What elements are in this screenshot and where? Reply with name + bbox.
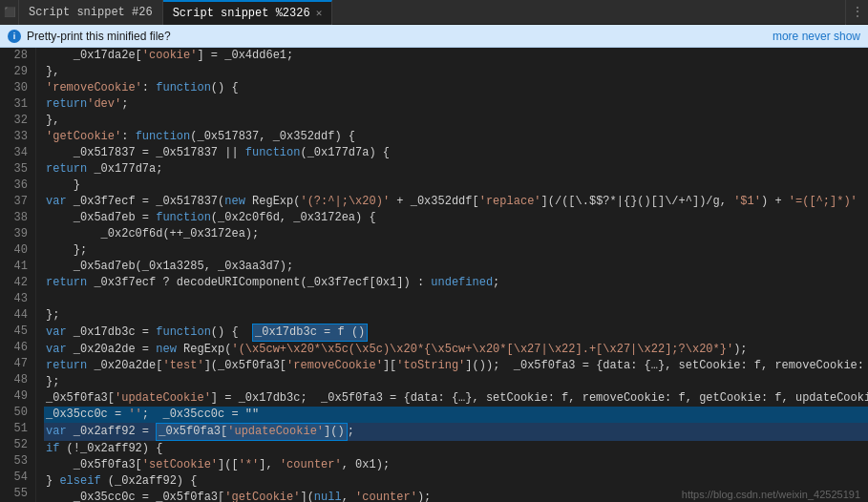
tab-label-2326: Script snippet %2326 <box>173 7 310 20</box>
line-number: 36 <box>0 178 28 194</box>
line-number: 37 <box>0 194 28 210</box>
line-number: 29 <box>0 64 28 80</box>
line-number: 55 <box>0 486 28 502</box>
line-number: 50 <box>0 405 28 421</box>
code-line: _0x5f0fa3['updateCookie'] = _0x17db3c; _… <box>44 390 868 407</box>
line-number: 48 <box>0 372 28 388</box>
line-number: 42 <box>0 275 28 291</box>
code-line: }, <box>44 64 868 80</box>
code-line: _0x17da2e['cookie'] = _0x4dd6e1; <box>44 48 868 64</box>
code-line <box>44 291 868 307</box>
line-number: 31 <box>0 96 28 113</box>
code-line: _0x5f0fa3['setCookie'](['*'], 'counter',… <box>44 457 868 473</box>
line-number: 28 <box>0 48 28 64</box>
line-number: 49 <box>0 388 28 405</box>
code-line: var _0x20a2de = new RegExp('(\x5cw+\x20*… <box>44 342 868 358</box>
devtools-icon: ⬛ <box>4 7 15 18</box>
line-number: 40 <box>0 242 28 259</box>
code-line: }; <box>44 307 868 324</box>
tab-close-icon[interactable]: ✕ <box>316 7 323 19</box>
code-line: _0x5ad7eb = function(_0x2c0f6d, _0x3172e… <box>44 210 868 226</box>
code-line: }; <box>44 374 868 390</box>
info-icon: i <box>8 30 21 43</box>
code-line: }, <box>44 113 868 129</box>
line-number: 54 <box>0 470 28 486</box>
info-message: Pretty-print this minified file? <box>27 30 171 43</box>
menu-icon: ⋮ <box>851 4 864 20</box>
editor: 2829303132333435363738394041424344454647… <box>0 48 868 502</box>
code-line: _0x5ad7eb(_0x1a3285, _0x3aa3d7); <box>44 259 868 275</box>
line-number: 43 <box>0 291 28 307</box>
code-line: } else if (_0x2aff92) { <box>44 473 868 490</box>
code-line: } <box>44 178 868 194</box>
line-number: 33 <box>0 129 28 145</box>
tab-label-26: Script snippet #26 <box>29 6 153 19</box>
line-number: 47 <box>0 356 28 372</box>
tab-snippet2326[interactable]: Script snippet %2326 ✕ <box>163 0 333 25</box>
code-line: _0x35cc0c = ''; _0x35cc0c = "" <box>44 407 868 423</box>
line-number: 38 <box>0 210 28 226</box>
line-number: 30 <box>0 80 28 96</box>
line-number: 44 <box>0 307 28 324</box>
line-number: 39 <box>0 226 28 242</box>
tab-snippet26[interactable]: Script snippet #26 <box>19 0 163 25</box>
code-line: var _0x17db3c = function() { _0x17db3c =… <box>44 324 868 342</box>
title-bar-icon: ⬛ <box>0 0 19 25</box>
code-line: _0x2c0f6d(++_0x3172ea); <box>44 226 868 242</box>
info-action[interactable]: more never show <box>773 30 860 43</box>
line-number: 35 <box>0 161 28 178</box>
url-text: https://blog.csdn.net/weixin_42525191 <box>682 489 860 500</box>
line-number: 32 <box>0 113 28 129</box>
title-bar-menu[interactable]: ⋮ <box>845 0 868 25</box>
line-number: 51 <box>0 421 28 437</box>
code-area[interactable]: _0x17da2e['cookie'] = _0x4dd6e1;},'remov… <box>36 48 868 502</box>
code-line: return _0x3f7ecf ? decodeURIComponent(_0… <box>44 275 868 291</box>
code-line: _0x517837 = _0x517837 || function(_0x177… <box>44 145 868 161</box>
code-line: var _0x3f7ecf = _0x517837(new RegExp('(?… <box>44 194 868 210</box>
info-bar: i Pretty-print this minified file? more … <box>0 25 868 48</box>
code-line: return 'dev'; <box>44 96 868 113</box>
line-number: 46 <box>0 340 28 356</box>
code-line: 'getCookie': function(_0x517837, _0x352d… <box>44 129 868 145</box>
code-line: if (!_0x2aff92) { <box>44 441 868 457</box>
code-line: var _0x2aff92 = _0x5f0fa3['updateCookie'… <box>44 423 868 441</box>
line-number: 45 <box>0 324 28 340</box>
line-number: 53 <box>0 453 28 470</box>
title-bar: ⬛ Script snippet #26 Script snippet %232… <box>0 0 868 25</box>
line-number: 41 <box>0 259 28 275</box>
code-line: return _0x20a2de['test'](_0x5f0fa3['remo… <box>44 358 868 374</box>
line-numbers: 2829303132333435363738394041424344454647… <box>0 48 36 502</box>
code-line: return _0x177d7a; <box>44 161 868 178</box>
line-number: 34 <box>0 145 28 161</box>
info-left: i Pretty-print this minified file? <box>8 30 171 43</box>
code-line: }; <box>44 242 868 259</box>
line-number: 52 <box>0 437 28 453</box>
code-line: 'removeCookie': function() { <box>44 80 868 96</box>
